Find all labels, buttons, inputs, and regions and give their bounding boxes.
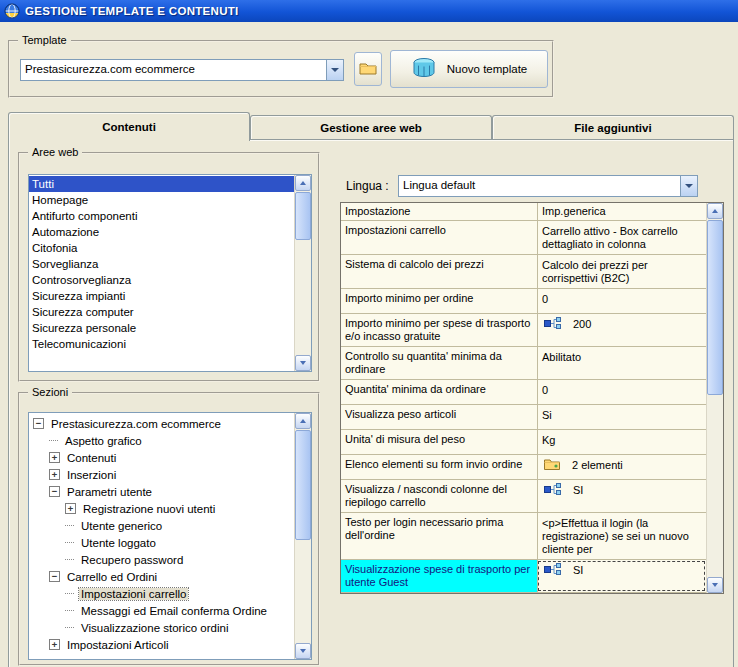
tree-node[interactable]: Impostazioni carrello (29, 585, 294, 602)
collapse-icon[interactable]: − (33, 418, 44, 429)
tab-contenuti[interactable]: Contenuti (8, 112, 250, 141)
tree-node[interactable]: −Carrello ed Ordini (29, 568, 294, 585)
setting-value[interactable]: <p>Effettua il login (la registrazione) … (537, 513, 706, 559)
setting-value[interactable]: Carrello attivo - Box carrello dettaglia… (537, 221, 706, 254)
scroll-down-button[interactable] (295, 355, 311, 371)
settings-row[interactable]: Quantita' minima da ordinare0 (341, 380, 706, 405)
tab-file-aggiuntivi[interactable]: File aggiuntivi (492, 115, 734, 140)
aree-web-item[interactable]: Controsorveglianza (29, 272, 294, 288)
setting-value[interactable]: Calcolo dei prezzi per corrispettivi (B2… (537, 255, 706, 288)
tree-connector (65, 559, 74, 560)
scroll-thumb[interactable] (295, 192, 311, 240)
setting-value[interactable]: SI (537, 560, 706, 592)
setting-value[interactable]: 200 (537, 314, 706, 346)
setting-value-text: Kg (542, 433, 555, 447)
settings-scrollbar[interactable] (706, 203, 723, 593)
setting-value-text: 200 (573, 317, 591, 331)
settings-row[interactable]: Sistema di calcolo dei prezziCalcolo dei… (341, 255, 706, 289)
aree-web-item[interactable]: Sorveglianza (29, 256, 294, 272)
scroll-up-button[interactable] (295, 413, 311, 429)
template-group-label: Template (18, 34, 71, 46)
setting-value[interactable]: 2 elementi (537, 455, 706, 479)
tree-node[interactable]: Recupero password (29, 551, 294, 568)
tree-node[interactable]: +Impostazioni Articoli (29, 636, 294, 653)
expand-icon[interactable]: + (49, 452, 60, 463)
template-combo[interactable]: Prestasicurezza.com ecommerce (20, 59, 344, 81)
tree-node[interactable]: Utente loggato (29, 534, 294, 551)
aree-web-item[interactable]: Sicurezza computer (29, 304, 294, 320)
scroll-up-button[interactable] (295, 175, 311, 191)
setting-value[interactable]: 0 (537, 380, 706, 404)
new-template-label: Nuovo template (447, 63, 528, 75)
tab-gestione-aree-web[interactable]: Gestione aree web (250, 115, 492, 140)
collapse-icon[interactable]: − (49, 571, 60, 582)
aree-web-item[interactable]: Tutti (29, 176, 294, 192)
expand-icon[interactable]: + (49, 639, 60, 650)
settings-row[interactable]: Controllo su quantita' minima da ordinar… (341, 347, 706, 380)
aree-web-item[interactable]: Sicurezza impianti (29, 288, 294, 304)
expand-icon[interactable]: + (65, 503, 76, 514)
settings-row[interactable]: Importo minimo per spese di trasporto e/… (341, 314, 706, 347)
tree-node[interactable]: −Prestasicurezza.com ecommerce (29, 415, 294, 432)
new-template-button[interactable]: Nuovo template (390, 50, 548, 88)
tree-connector (65, 610, 74, 611)
tree-connector (65, 593, 74, 594)
settings-row[interactable]: Visualizzazione spese di trasporto per u… (341, 560, 706, 593)
settings-row[interactable]: Testo per login necessario prima dell'or… (341, 513, 706, 560)
tree-node[interactable]: −Parametri utente (29, 483, 294, 500)
setting-value[interactable]: SI (537, 480, 706, 512)
settings-grid: Impostazione Imp.generica Impostazioni c… (341, 203, 706, 593)
aree-web-item[interactable]: Telecomunicazioni (29, 336, 294, 352)
settings-row[interactable]: Impostazioni carrelloCarrello attivo - B… (341, 221, 706, 255)
setting-name: Unita' di misura del peso (341, 430, 537, 454)
sezioni-scrollbar[interactable] (294, 413, 311, 659)
settings-row[interactable]: Visualizza / nascondi colonne del riepil… (341, 480, 706, 513)
settings-row[interactable]: Visualizza peso articoliSi (341, 405, 706, 430)
tree-node-label: Registrazione nuovi utenti (81, 503, 217, 515)
tree-node[interactable]: Messaggi ed Email conferma Ordine (29, 602, 294, 619)
aree-web-item[interactable]: Homepage (29, 192, 294, 208)
tree-node-label: Prestasicurezza.com ecommerce (49, 418, 223, 430)
aree-web-listbox[interactable]: TuttiHomepageAntifurto componentiAutomaz… (28, 174, 312, 372)
aree-web-item[interactable]: Antifurto componenti (29, 208, 294, 224)
tree-node[interactable]: +Registrazione nuovi utenti (29, 500, 294, 517)
scroll-down-button[interactable] (707, 577, 723, 593)
scroll-up-button[interactable] (707, 203, 723, 219)
template-combo-dropdown-button[interactable] (326, 60, 343, 80)
settings-row[interactable]: Elenco elementi su form invio ordine2 el… (341, 455, 706, 480)
settings-row[interactable]: Unita' di misura del pesoKg (341, 430, 706, 455)
tree-node[interactable]: Aspetto grafico (29, 432, 294, 449)
lingua-combo[interactable]: Lingua default (398, 175, 698, 197)
aree-web-item[interactable]: Sicurezza personale (29, 320, 294, 336)
scroll-thumb[interactable] (707, 220, 723, 395)
aree-web-item[interactable]: Automazione (29, 224, 294, 240)
tab-label: Contenuti (102, 121, 156, 133)
setting-name: Quantita' minima da ordinare (341, 380, 537, 404)
tree-node-label: Contenuti (65, 452, 118, 464)
open-template-button[interactable] (354, 52, 382, 86)
tree-node[interactable]: +Inserzioni (29, 466, 294, 483)
setting-value[interactable]: Abilitato (537, 347, 706, 379)
lingua-combo-dropdown-button[interactable] (680, 176, 697, 196)
lingua-combo-value: Lingua default (399, 176, 680, 196)
setting-name: Visualizzazione spese di trasporto per u… (341, 560, 537, 592)
expand-icon[interactable]: + (49, 469, 60, 480)
collapse-icon[interactable]: − (49, 486, 60, 497)
tree-node[interactable]: +Contenuti (29, 449, 294, 466)
scroll-down-button[interactable] (295, 643, 311, 659)
column-header-impostazione: Impostazione (341, 203, 537, 220)
scroll-thumb[interactable] (295, 430, 311, 540)
aree-web-scrollbar[interactable] (294, 175, 311, 371)
setting-value[interactable]: Si (537, 405, 706, 429)
setting-value[interactable]: Kg (537, 430, 706, 454)
setting-value-text: Abilitato (542, 350, 581, 364)
aree-web-item[interactable]: Citofonia (29, 240, 294, 256)
tree-node-label: Utente generico (79, 520, 164, 532)
settings-row[interactable]: Importo minimo per ordine0 (341, 289, 706, 314)
setting-name: Visualizza / nascondi colonne del riepil… (341, 480, 537, 512)
tree-node[interactable]: Utente generico (29, 517, 294, 534)
setting-value[interactable]: 0 (537, 289, 706, 313)
sezioni-treebox[interactable]: −Prestasicurezza.com ecommerceAspetto gr… (28, 412, 312, 660)
aree-web-group-label: Aree web (28, 146, 82, 158)
tree-node[interactable]: Visualizzazione storico ordini (29, 619, 294, 636)
